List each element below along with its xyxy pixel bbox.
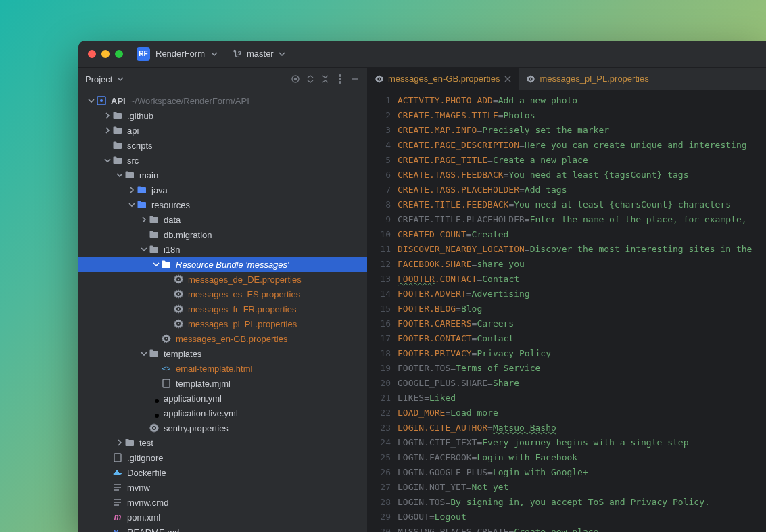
folder-icon: [149, 348, 160, 359]
chevron-right-icon[interactable]: [127, 187, 137, 193]
expand-all-icon[interactable]: [305, 74, 316, 84]
tree-item[interactable]: i18n: [78, 242, 367, 257]
tree-item[interactable]: test: [78, 435, 367, 450]
tree-item[interactable]: Dockerfile: [78, 465, 367, 480]
tree-item[interactable]: Resource Bundle 'messages': [78, 257, 367, 272]
tree-item[interactable]: .github: [78, 108, 367, 123]
svg-rect-8: [163, 379, 170, 387]
tree-item-label: sentry.properties: [164, 423, 229, 433]
svg-rect-17: [114, 454, 121, 462]
collapse-all-icon[interactable]: [320, 74, 331, 84]
tree-item[interactable]: <>email-template.html: [78, 361, 367, 376]
tree-item-label: README.md: [127, 527, 179, 533]
tree-item-label: Dockerfile: [127, 468, 166, 478]
folder-icon: [137, 185, 147, 195]
module-icon: [96, 95, 107, 106]
tree-item[interactable]: application-live.yml: [78, 406, 367, 420]
file-icon: [161, 378, 172, 389]
tree-item[interactable]: M↓README.md: [78, 525, 367, 532]
vcs-branch-widget[interactable]: master: [233, 49, 286, 59]
tree-root[interactable]: API~/Workspace/RenderForm/API: [78, 93, 367, 108]
tree-item[interactable]: messages_es_ES.properties: [78, 287, 367, 301]
tree-item-label: messages_pl_PL.properties: [188, 319, 297, 329]
tree-item[interactable]: mpom.xml: [78, 510, 367, 525]
gear-icon: [526, 74, 535, 84]
chevron-down-icon: [278, 50, 286, 58]
tree-item[interactable]: src: [78, 153, 367, 168]
gear-icon: [173, 274, 184, 285]
gear-icon: [149, 422, 160, 433]
tree-item[interactable]: resources: [78, 197, 367, 212]
chevron-down-icon[interactable]: [139, 350, 149, 357]
more-options-icon[interactable]: [335, 74, 345, 84]
maximize-window-button[interactable]: [115, 50, 123, 58]
tree-item[interactable]: api: [78, 123, 367, 138]
chevron-right-icon[interactable]: [115, 439, 124, 446]
md-icon: M↓: [112, 527, 123, 532]
tree-item[interactable]: .gitignore: [78, 450, 367, 465]
tree-item[interactable]: sentry.properties: [78, 420, 367, 435]
tree-item-label: .gitignore: [127, 453, 163, 463]
tree-item[interactable]: mvnw.cmd: [78, 495, 367, 510]
chevron-down-icon[interactable]: [116, 75, 124, 83]
tree-item[interactable]: application.yml: [78, 391, 367, 406]
chevron-right-icon[interactable]: [103, 112, 112, 119]
tree-item[interactable]: messages_en-GB.properties: [78, 331, 367, 346]
maven-icon: m: [112, 512, 123, 523]
tree-item[interactable]: db.migration: [78, 227, 367, 242]
branch-name: master: [247, 49, 274, 59]
folder-icon: [112, 125, 123, 136]
code-editor[interactable]: 1234567891011121314151617181920212223242…: [368, 91, 766, 532]
chevron-right-icon[interactable]: [139, 216, 149, 223]
tree-item[interactable]: template.mjml: [78, 376, 367, 391]
chevron-down-icon[interactable]: [115, 172, 124, 178]
chevron-down-icon[interactable]: [139, 246, 149, 253]
project-name[interactable]: RenderForm: [155, 49, 205, 59]
select-opened-file-icon[interactable]: [290, 74, 301, 84]
tree-item-label: application-live.yml: [164, 408, 238, 418]
editor-tab[interactable]: messages_pl_PL.properties: [519, 68, 656, 90]
chevron-down-icon[interactable]: [210, 50, 218, 58]
project-badge[interactable]: RF: [137, 47, 150, 61]
tree-item[interactable]: messages_de_DE.properties: [78, 272, 367, 287]
code-content[interactable]: ACTIVITY.PHOTO_ADD=Add a new photoCREATE…: [398, 91, 752, 532]
tree-item[interactable]: data: [78, 212, 367, 227]
tree-item-label: messages_es_ES.properties: [188, 289, 300, 299]
tree-item[interactable]: messages_pl_PL.properties: [78, 316, 367, 331]
tree-item-label: api: [127, 126, 139, 136]
gear-icon: [173, 304, 184, 314]
tree-item[interactable]: java: [78, 183, 367, 197]
tree-item-label: pom.xml: [127, 512, 160, 523]
gear-icon: [375, 74, 384, 84]
tree-item-label: template.mjml: [176, 379, 231, 389]
yaml-icon: [149, 408, 160, 418]
chevron-down-icon[interactable]: [87, 97, 96, 104]
chevron-down-icon[interactable]: [151, 261, 161, 268]
tree-item[interactable]: main: [78, 168, 367, 183]
editor-tab[interactable]: messages_en-GB.properties: [368, 68, 519, 90]
tree-item-label: Resource Bundle 'messages': [176, 260, 289, 270]
chevron-right-icon[interactable]: [103, 127, 112, 134]
chevron-down-icon[interactable]: [103, 157, 112, 164]
close-window-button[interactable]: [88, 50, 96, 58]
project-tree[interactable]: API~/Workspace/RenderForm/API.githubapis…: [78, 91, 367, 532]
tree-item[interactable]: scripts: [78, 138, 367, 153]
tree-item[interactable]: templates: [78, 346, 367, 361]
tree-item[interactable]: messages_fr_FR.properties: [78, 301, 367, 316]
hide-tool-window-icon[interactable]: [350, 74, 360, 84]
tree-item-label: templates: [164, 349, 201, 359]
close-icon[interactable]: [504, 75, 512, 83]
docker-icon: [112, 467, 123, 478]
tree-item-label: mvnw: [127, 483, 150, 493]
tree-root-name: API: [111, 96, 126, 106]
minimize-window-button[interactable]: [101, 50, 110, 58]
tree-item-label: messages_fr_FR.properties: [188, 304, 296, 314]
project-tool-title[interactable]: Project: [85, 74, 112, 84]
file-icon: [112, 452, 123, 463]
tree-item-label: messages_de_DE.properties: [188, 274, 302, 285]
folder-icon: [112, 140, 123, 151]
editor-tabs: messages_en-GB.propertiesmessages_pl_PL.…: [368, 68, 766, 91]
chevron-down-icon[interactable]: [127, 201, 137, 208]
tree-item[interactable]: mvnw: [78, 480, 367, 495]
folder-icon: [149, 229, 160, 240]
